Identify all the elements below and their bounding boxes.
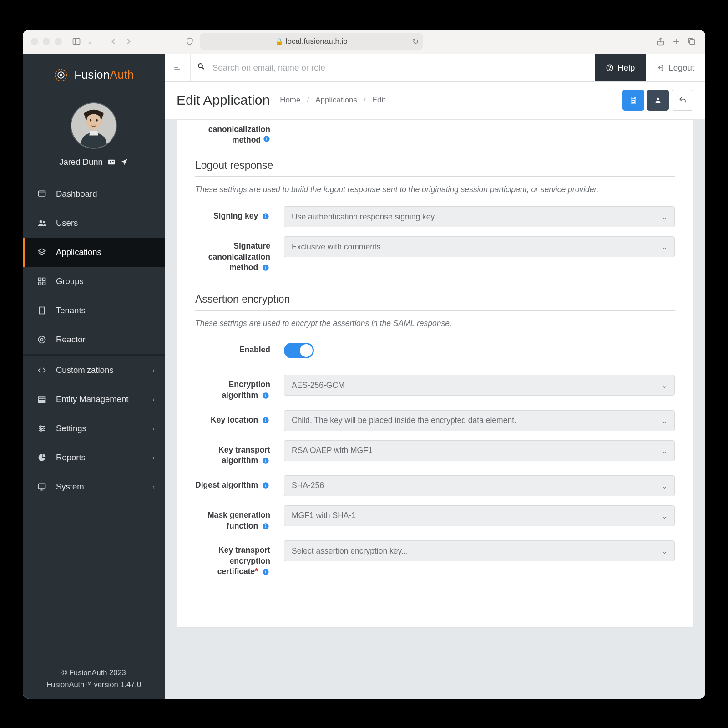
applications-icon (37, 247, 47, 257)
help-button[interactable]: Help (595, 54, 646, 81)
svg-rect-21 (43, 278, 46, 280)
info-icon[interactable] (262, 457, 270, 465)
info-icon[interactable] (262, 264, 270, 272)
close-dot[interactable] (31, 38, 38, 45)
sidebar-item-label: Applications (56, 247, 101, 257)
info-icon[interactable] (262, 523, 270, 531)
digest-select[interactable]: SHA-256 ⌄ (284, 475, 675, 496)
svg-rect-61 (265, 267, 266, 270)
new-tab-icon[interactable]: + (671, 36, 682, 47)
prior-canon-method-label: canonicalization method (195, 124, 275, 146)
enabled-label: Enabled (195, 340, 275, 356)
info-icon[interactable] (263, 135, 270, 144)
dashboard-icon (37, 189, 47, 199)
nav: Dashboard Users Applications Groups Tena… (23, 179, 165, 662)
svg-rect-24 (39, 307, 45, 314)
nav-back-icon[interactable] (108, 36, 119, 47)
sidebar-item-tenants[interactable]: Tenants (23, 296, 165, 325)
logout-button[interactable]: Logout (646, 54, 705, 81)
breadcrumb: Home / Applications / Edit (280, 96, 385, 105)
sidebar-item-reports[interactable]: Reports ‹ (23, 443, 165, 472)
enc-alg-label: Encryption algorithm (195, 375, 275, 401)
chevron-left-icon: ‹ (152, 425, 155, 432)
svg-rect-12 (108, 159, 115, 164)
save-button[interactable] (622, 90, 644, 111)
search-input[interactable] (212, 54, 588, 81)
share-icon[interactable] (655, 36, 666, 47)
svg-rect-33 (39, 401, 46, 402)
sidebar-toggle-icon[interactable] (71, 36, 82, 47)
groups-icon (37, 276, 47, 286)
profile: Jared Dunn (23, 96, 165, 179)
svg-point-6 (60, 74, 62, 76)
svg-point-13 (110, 161, 111, 162)
sidebar-item-label: Tenants (56, 305, 86, 316)
breadcrumb-applications[interactable]: Applications (315, 96, 357, 105)
save-icon (629, 96, 637, 104)
info-icon[interactable] (262, 568, 270, 576)
svg-rect-52 (632, 101, 635, 103)
svg-rect-55 (266, 138, 267, 141)
svg-rect-67 (265, 419, 266, 422)
maximize-dot[interactable] (55, 38, 62, 45)
info-icon[interactable] (262, 392, 270, 400)
location-icon[interactable] (120, 158, 128, 166)
svg-rect-32 (39, 399, 46, 400)
sidebar-item-customizations[interactable]: Customizations ‹ (23, 356, 165, 385)
key-loc-select[interactable]: Child. The key will be placed inside the… (284, 410, 675, 431)
enabled-toggle[interactable] (284, 343, 314, 358)
tab-group-chevron-icon[interactable]: ⌄ (84, 36, 95, 47)
svg-point-59 (265, 214, 266, 215)
sidebar-item-settings[interactable]: Settings ‹ (23, 414, 165, 443)
svg-point-77 (265, 524, 266, 525)
sidebar: FusionAuth (23, 54, 165, 699)
url-bar[interactable]: 🔒 local.fusionauth.io ↻ (200, 33, 423, 50)
url-text: local.fusionauth.io (286, 37, 348, 46)
sidebar-item-entity-management[interactable]: Entity Management ‹ (23, 385, 165, 414)
sidebar-item-label: Customizations (56, 365, 113, 375)
canon-method-select[interactable]: Exclusive with comments ⌄ (284, 236, 675, 257)
svg-point-10 (90, 119, 91, 121)
nav-forward-icon[interactable] (123, 36, 134, 47)
user-button[interactable] (647, 90, 669, 111)
sidebar-item-users[interactable]: Users (23, 209, 165, 238)
version: FusionAuth™ version 1.47.0 (23, 679, 165, 691)
svg-rect-23 (43, 282, 46, 285)
search-wrap (190, 54, 595, 81)
signing-key-select[interactable]: Use authentication response signing key.… (284, 206, 675, 227)
mask-label: Mask generation function (195, 505, 275, 531)
system-icon (37, 482, 47, 492)
breadcrumb-home[interactable]: Home (280, 96, 300, 105)
key-trans-label: Key transport algorithm (195, 440, 275, 466)
sidebar-item-system[interactable]: System ‹ (23, 472, 165, 501)
shield-icon[interactable] (184, 36, 195, 47)
content-scroll[interactable]: canonicalization method Logout response … (165, 119, 705, 699)
cert-select[interactable]: Select assertion encryption key... ⌄ (284, 540, 675, 561)
browser-window: ⌄ 🔒 local.fusionauth.io ↻ + (23, 30, 705, 699)
reports-icon (37, 453, 47, 463)
sidebar-item-dashboard[interactable]: Dashboard (23, 179, 165, 209)
sidebar-item-applications[interactable]: Applications (23, 238, 165, 267)
back-button[interactable] (672, 90, 693, 111)
page-title: Edit Application (177, 92, 270, 108)
chevron-left-icon: ‹ (152, 396, 155, 403)
key-trans-select[interactable]: RSA OAEP with MGF1 ⌄ (284, 440, 675, 461)
menu-toggle-icon[interactable] (165, 54, 190, 81)
sidebar-item-label: Reports (56, 453, 86, 463)
svg-rect-3 (690, 40, 695, 45)
info-icon[interactable] (262, 213, 270, 221)
info-icon[interactable] (262, 417, 270, 425)
sidebar-item-reactor[interactable]: Reactor (23, 325, 165, 354)
mask-select[interactable]: MGF1 with SHA-1 ⌄ (284, 505, 675, 526)
enc-alg-select[interactable]: AES-256-GCM ⌄ (284, 375, 675, 396)
info-icon[interactable] (262, 482, 270, 490)
refresh-icon[interactable]: ↻ (412, 37, 419, 46)
entity-icon (37, 394, 47, 404)
minimize-dot[interactable] (43, 38, 50, 45)
sidebar-item-groups[interactable]: Groups (23, 267, 165, 296)
tabs-icon[interactable] (686, 36, 697, 47)
sidebar-item-label: System (56, 482, 84, 492)
back-arrow-icon (678, 96, 687, 104)
page-header: Edit Application Home / Applications / E… (165, 82, 705, 119)
vcard-icon[interactable] (107, 158, 116, 166)
